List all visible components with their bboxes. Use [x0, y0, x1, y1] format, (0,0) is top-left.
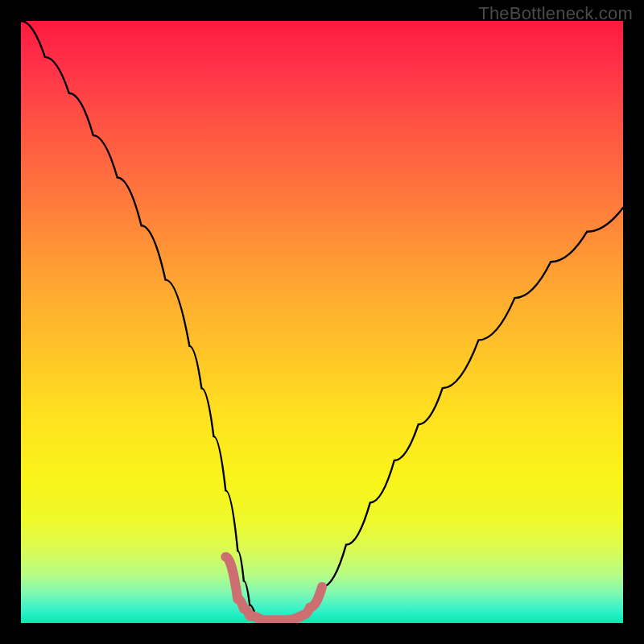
chart-frame: TheBottleneck.com — [0, 0, 644, 644]
plot-area — [21, 21, 623, 623]
curve-layer — [21, 21, 623, 623]
bottom-highlight — [225, 557, 322, 621]
watermark-text: TheBottleneck.com — [478, 3, 633, 24]
bottleneck-curve — [21, 21, 623, 623]
